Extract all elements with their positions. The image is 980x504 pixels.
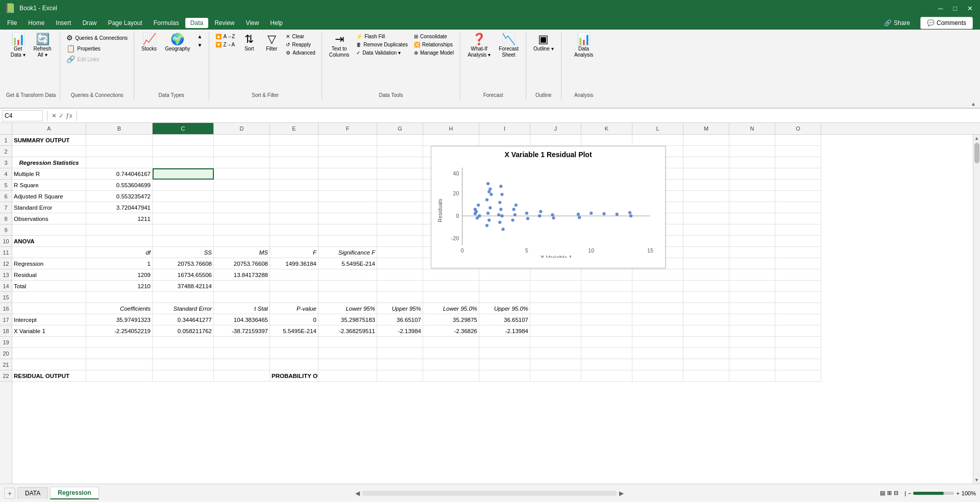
cell-g13[interactable] [377, 269, 423, 281]
cell-d19[interactable] [214, 337, 270, 348]
cell-b21[interactable] [86, 359, 153, 370]
col-header-k[interactable]: K [581, 123, 632, 134]
zoom-slider[interactable] [913, 492, 954, 495]
row-header-13[interactable]: 13 [0, 269, 12, 281]
cell-m14[interactable] [683, 281, 729, 292]
scroll-left-button[interactable]: ◀ [355, 490, 360, 497]
cell-o4[interactable] [775, 168, 821, 180]
cell-i16[interactable]: Upper 95.0% [479, 303, 530, 314]
cell-d4[interactable] [214, 168, 270, 180]
cell-e3[interactable] [270, 157, 318, 168]
cell-d22[interactable] [214, 370, 270, 382]
cell-n3[interactable] [729, 157, 775, 168]
cell-l16[interactable] [632, 303, 683, 314]
cell-k19[interactable] [581, 337, 632, 348]
cell-o13[interactable] [775, 269, 821, 281]
cell-g18[interactable]: -2.13984 [377, 325, 423, 337]
row-header-6[interactable]: 6 [0, 191, 12, 202]
cell-n11[interactable] [729, 247, 775, 258]
cell-o11[interactable] [775, 247, 821, 258]
cell-o17[interactable] [775, 314, 821, 325]
cell-m16[interactable] [683, 303, 729, 314]
cell-f4[interactable] [318, 168, 377, 180]
cell-n10[interactable] [729, 236, 775, 247]
cell-e12[interactable]: 1499.36184 [270, 258, 318, 269]
cell-f11[interactable]: Significance F [318, 247, 377, 258]
relationships-button[interactable]: 🔀 Relationships [412, 41, 456, 48]
row-header-4[interactable]: 4 [0, 168, 12, 180]
cell-o10[interactable] [775, 236, 821, 247]
cell-j1[interactable] [530, 135, 581, 146]
cell-e15[interactable] [270, 292, 318, 303]
cell-h21[interactable] [423, 359, 479, 370]
cell-g14[interactable] [377, 281, 423, 292]
row-header-1[interactable]: 1 [0, 135, 12, 146]
sort-button[interactable]: ⇅ Sort [239, 33, 259, 53]
cell-b20[interactable] [86, 348, 153, 359]
cell-o9[interactable] [775, 224, 821, 236]
cell-k1[interactable] [581, 135, 632, 146]
cell-c18[interactable]: 0.058211762 [153, 325, 214, 337]
menu-help[interactable]: Help [265, 18, 288, 28]
data-validation-button[interactable]: ✓ Data Validation ▾ [354, 49, 410, 57]
cell-c16[interactable]: Standard Error [153, 303, 214, 314]
cell-d14[interactable] [214, 281, 270, 292]
scroll-right-button[interactable]: ▶ [619, 490, 624, 497]
cell-f7[interactable] [318, 202, 377, 213]
cell-j15[interactable] [530, 292, 581, 303]
ribbon-collapse-button[interactable]: ▲ [0, 100, 980, 108]
cell-m22[interactable] [683, 370, 729, 382]
cell-l1[interactable] [632, 135, 683, 146]
cell-g7[interactable] [377, 202, 423, 213]
cell-d16[interactable]: t Stat [214, 303, 270, 314]
cell-e13[interactable] [270, 269, 318, 281]
cell-f13[interactable] [318, 269, 377, 281]
cell-k14[interactable] [581, 281, 632, 292]
edit-links-button[interactable]: 🔗 Edit Links [64, 54, 130, 64]
row-header-18[interactable]: 18 [0, 325, 12, 337]
cell-o6[interactable] [775, 191, 821, 202]
cell-n8[interactable] [729, 213, 775, 224]
col-header-b[interactable]: B [86, 123, 153, 134]
cell-g10[interactable] [377, 236, 423, 247]
cell-f10[interactable] [318, 236, 377, 247]
col-header-j[interactable]: J [530, 123, 581, 134]
cell-d21[interactable] [214, 359, 270, 370]
cell-m8[interactable] [683, 213, 729, 224]
cell-m12[interactable] [683, 258, 729, 269]
cell-l19[interactable] [632, 337, 683, 348]
cell-m17[interactable] [683, 314, 729, 325]
cell-c22[interactable] [153, 370, 214, 382]
cell-d10[interactable] [214, 236, 270, 247]
row-header-2[interactable]: 2 [0, 146, 12, 157]
cell-h17[interactable]: 35.29875 [423, 314, 479, 325]
cell-a3[interactable]: Regression Statistics [12, 157, 86, 168]
scroll-track[interactable] [973, 142, 980, 476]
cell-f17[interactable]: 35.29875183 [318, 314, 377, 325]
cell-f1[interactable] [318, 135, 377, 146]
cell-b7[interactable]: 3.720447941 [86, 202, 153, 213]
cell-b5[interactable]: 0.553604699 [86, 180, 153, 191]
cell-c3[interactable] [153, 157, 214, 168]
cell-n20[interactable] [729, 348, 775, 359]
cell-a18[interactable]: X Variable 1 [12, 325, 86, 337]
scroll-thumb[interactable] [974, 143, 979, 163]
cell-i19[interactable] [479, 337, 530, 348]
cell-g3[interactable] [377, 157, 423, 168]
cell-a22[interactable]: RESIDUAL OUTPUT [12, 370, 86, 382]
cell-k21[interactable] [581, 359, 632, 370]
cell-o16[interactable] [775, 303, 821, 314]
cell-a8[interactable]: Observations [12, 213, 86, 224]
cell-h1[interactable] [423, 135, 479, 146]
cell-n2[interactable] [729, 146, 775, 157]
cell-b2[interactable] [86, 146, 153, 157]
comments-button[interactable]: 💬 Comments [920, 17, 973, 29]
cell-m10[interactable] [683, 236, 729, 247]
cell-a9[interactable] [12, 224, 86, 236]
cell-e2[interactable] [270, 146, 318, 157]
cell-c8[interactable] [153, 213, 214, 224]
cell-f6[interactable] [318, 191, 377, 202]
cell-g1[interactable] [377, 135, 423, 146]
menu-data[interactable]: Data [185, 18, 208, 28]
cell-e21[interactable] [270, 359, 318, 370]
